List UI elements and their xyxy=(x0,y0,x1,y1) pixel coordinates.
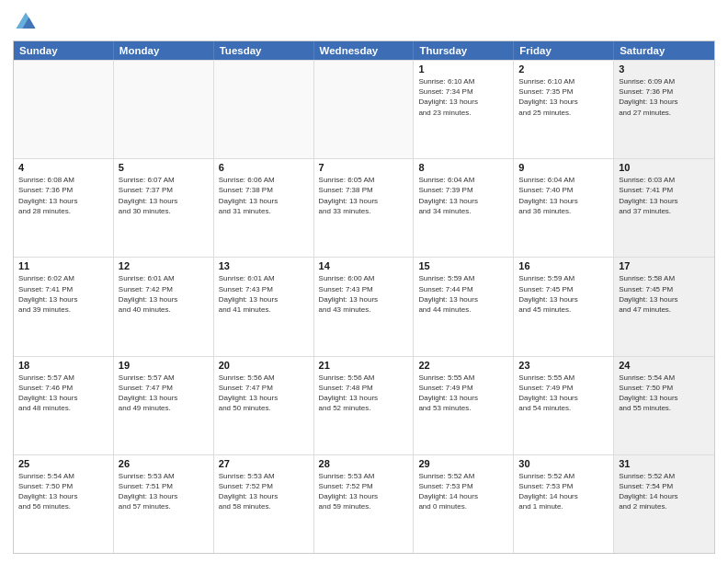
calendar-day-19: 19Sunrise: 5:57 AMSunset: 7:47 PMDayligh… xyxy=(114,357,214,454)
day-number: 6 xyxy=(219,162,309,173)
calendar-day-3: 3Sunrise: 6:09 AMSunset: 7:36 PMDaylight… xyxy=(614,61,714,158)
calendar-day-7: 7Sunrise: 6:05 AMSunset: 7:38 PMDaylight… xyxy=(314,159,415,257)
day-number: 23 xyxy=(518,360,609,371)
day-info: Sunrise: 6:07 AMSunset: 7:37 PMDaylight:… xyxy=(119,175,209,216)
day-info: Sunrise: 6:04 AMSunset: 7:40 PMDaylight:… xyxy=(518,175,609,216)
calendar-day-18: 18Sunrise: 5:57 AMSunset: 7:46 PMDayligh… xyxy=(14,357,114,454)
calendar-day-21: 21Sunrise: 5:56 AMSunset: 7:48 PMDayligh… xyxy=(314,357,415,454)
day-info: Sunrise: 5:56 AMSunset: 7:47 PMDaylight:… xyxy=(219,373,309,414)
day-info: Sunrise: 5:56 AMSunset: 7:48 PMDaylight:… xyxy=(319,373,409,414)
day-number: 30 xyxy=(518,458,609,469)
day-info: Sunrise: 5:57 AMSunset: 7:47 PMDaylight:… xyxy=(119,373,209,414)
day-info: Sunrise: 5:59 AMSunset: 7:44 PMDaylight:… xyxy=(418,273,508,315)
day-number: 16 xyxy=(518,260,609,271)
day-info: Sunrise: 6:08 AMSunset: 7:36 PMDaylight:… xyxy=(18,175,108,216)
day-info: Sunrise: 6:09 AMSunset: 7:36 PMDaylight:… xyxy=(619,76,710,118)
logo xyxy=(13,9,42,35)
weekday-header-saturday: Saturday xyxy=(614,41,714,60)
calendar-day-13: 13Sunrise: 6:01 AMSunset: 7:43 PMDayligh… xyxy=(214,258,314,355)
calendar-week-2: 4Sunrise: 6:08 AMSunset: 7:36 PMDaylight… xyxy=(14,158,714,257)
calendar-empty-cell xyxy=(214,61,314,158)
calendar-day-20: 20Sunrise: 5:56 AMSunset: 7:47 PMDayligh… xyxy=(214,357,314,454)
calendar-day-12: 12Sunrise: 6:01 AMSunset: 7:42 PMDayligh… xyxy=(114,258,214,355)
day-number: 1 xyxy=(418,63,508,75)
calendar-week-3: 11Sunrise: 6:02 AMSunset: 7:41 PMDayligh… xyxy=(14,257,714,355)
day-number: 10 xyxy=(619,162,710,173)
day-number: 15 xyxy=(418,260,508,271)
day-info: Sunrise: 6:03 AMSunset: 7:41 PMDaylight:… xyxy=(619,175,710,216)
day-number: 5 xyxy=(119,162,209,173)
day-number: 17 xyxy=(619,260,710,271)
calendar-day-31: 31Sunrise: 5:52 AMSunset: 7:54 PMDayligh… xyxy=(614,455,714,553)
calendar-day-6: 6Sunrise: 6:06 AMSunset: 7:38 PMDaylight… xyxy=(214,159,314,257)
calendar-empty-cell xyxy=(314,61,415,158)
day-info: Sunrise: 6:01 AMSunset: 7:43 PMDaylight:… xyxy=(219,273,309,315)
calendar-day-29: 29Sunrise: 5:52 AMSunset: 7:53 PMDayligh… xyxy=(414,455,514,553)
day-number: 27 xyxy=(219,458,309,469)
day-number: 4 xyxy=(18,162,108,173)
day-info: Sunrise: 5:55 AMSunset: 7:49 PMDaylight:… xyxy=(518,373,609,414)
calendar-day-9: 9Sunrise: 6:04 AMSunset: 7:40 PMDaylight… xyxy=(514,159,614,257)
day-info: Sunrise: 5:57 AMSunset: 7:46 PMDaylight:… xyxy=(18,373,108,414)
day-info: Sunrise: 6:05 AMSunset: 7:38 PMDaylight:… xyxy=(319,175,409,216)
calendar-day-24: 24Sunrise: 5:54 AMSunset: 7:50 PMDayligh… xyxy=(614,357,714,454)
day-number: 29 xyxy=(418,458,508,469)
calendar-day-14: 14Sunrise: 6:00 AMSunset: 7:43 PMDayligh… xyxy=(314,258,415,355)
day-info: Sunrise: 5:52 AMSunset: 7:54 PMDaylight:… xyxy=(619,471,710,512)
day-info: Sunrise: 5:52 AMSunset: 7:53 PMDaylight:… xyxy=(418,471,508,512)
day-info: Sunrise: 5:55 AMSunset: 7:49 PMDaylight:… xyxy=(418,373,508,414)
day-info: Sunrise: 5:54 AMSunset: 7:50 PMDaylight:… xyxy=(18,471,108,512)
day-number: 20 xyxy=(219,360,309,371)
day-number: 26 xyxy=(119,458,209,469)
weekday-header-sunday: Sunday xyxy=(14,41,114,60)
calendar-day-17: 17Sunrise: 5:58 AMSunset: 7:45 PMDayligh… xyxy=(614,258,714,355)
day-info: Sunrise: 6:01 AMSunset: 7:42 PMDaylight:… xyxy=(119,273,209,315)
calendar-day-22: 22Sunrise: 5:55 AMSunset: 7:49 PMDayligh… xyxy=(414,357,514,454)
day-number: 3 xyxy=(619,63,710,75)
day-info: Sunrise: 5:53 AMSunset: 7:51 PMDaylight:… xyxy=(119,471,209,512)
calendar-day-25: 25Sunrise: 5:54 AMSunset: 7:50 PMDayligh… xyxy=(14,455,114,553)
calendar-day-2: 2Sunrise: 6:10 AMSunset: 7:35 PMDaylight… xyxy=(514,61,614,158)
day-info: Sunrise: 6:02 AMSunset: 7:41 PMDaylight:… xyxy=(18,273,108,315)
day-info: Sunrise: 6:00 AMSunset: 7:43 PMDaylight:… xyxy=(319,273,409,315)
calendar-day-23: 23Sunrise: 5:55 AMSunset: 7:49 PMDayligh… xyxy=(514,357,614,454)
calendar-day-15: 15Sunrise: 5:59 AMSunset: 7:44 PMDayligh… xyxy=(414,258,514,355)
day-number: 28 xyxy=(319,458,409,469)
calendar-day-30: 30Sunrise: 5:52 AMSunset: 7:53 PMDayligh… xyxy=(514,455,614,553)
day-number: 22 xyxy=(418,360,508,371)
calendar-day-27: 27Sunrise: 5:53 AMSunset: 7:52 PMDayligh… xyxy=(214,455,314,553)
calendar-day-28: 28Sunrise: 5:53 AMSunset: 7:52 PMDayligh… xyxy=(314,455,415,553)
calendar-day-8: 8Sunrise: 6:04 AMSunset: 7:39 PMDaylight… xyxy=(414,159,514,257)
day-number: 31 xyxy=(619,458,710,469)
calendar-header: SundayMondayTuesdayWednesdayThursdayFrid… xyxy=(14,41,714,60)
weekday-header-wednesday: Wednesday xyxy=(314,41,415,60)
header xyxy=(13,9,715,35)
day-info: Sunrise: 6:04 AMSunset: 7:39 PMDaylight:… xyxy=(418,175,508,216)
day-number: 24 xyxy=(619,360,710,371)
logo-icon xyxy=(13,9,39,35)
weekday-header-thursday: Thursday xyxy=(414,41,514,60)
day-info: Sunrise: 6:06 AMSunset: 7:38 PMDaylight:… xyxy=(219,175,309,216)
calendar-day-11: 11Sunrise: 6:02 AMSunset: 7:41 PMDayligh… xyxy=(14,258,114,355)
day-number: 7 xyxy=(319,162,409,173)
day-info: Sunrise: 6:10 AMSunset: 7:35 PMDaylight:… xyxy=(518,76,609,118)
calendar-empty-cell xyxy=(114,61,214,158)
day-number: 12 xyxy=(119,260,209,271)
day-info: Sunrise: 5:58 AMSunset: 7:45 PMDaylight:… xyxy=(619,273,710,315)
day-info: Sunrise: 5:52 AMSunset: 7:53 PMDaylight:… xyxy=(518,471,609,512)
calendar-week-1: 1Sunrise: 6:10 AMSunset: 7:34 PMDaylight… xyxy=(14,60,714,158)
calendar-week-4: 18Sunrise: 5:57 AMSunset: 7:46 PMDayligh… xyxy=(14,356,714,454)
calendar-day-16: 16Sunrise: 5:59 AMSunset: 7:45 PMDayligh… xyxy=(514,258,614,355)
calendar-empty-cell xyxy=(14,61,114,158)
weekday-header-tuesday: Tuesday xyxy=(214,41,314,60)
page: SundayMondayTuesdayWednesdayThursdayFrid… xyxy=(0,0,728,563)
calendar-day-26: 26Sunrise: 5:53 AMSunset: 7:51 PMDayligh… xyxy=(114,455,214,553)
day-number: 9 xyxy=(518,162,609,173)
calendar-day-4: 4Sunrise: 6:08 AMSunset: 7:36 PMDaylight… xyxy=(14,159,114,257)
day-number: 25 xyxy=(18,458,108,469)
weekday-header-monday: Monday xyxy=(114,41,214,60)
day-number: 21 xyxy=(319,360,409,371)
day-number: 14 xyxy=(319,260,409,271)
day-info: Sunrise: 5:59 AMSunset: 7:45 PMDaylight:… xyxy=(518,273,609,315)
calendar-day-10: 10Sunrise: 6:03 AMSunset: 7:41 PMDayligh… xyxy=(614,159,714,257)
